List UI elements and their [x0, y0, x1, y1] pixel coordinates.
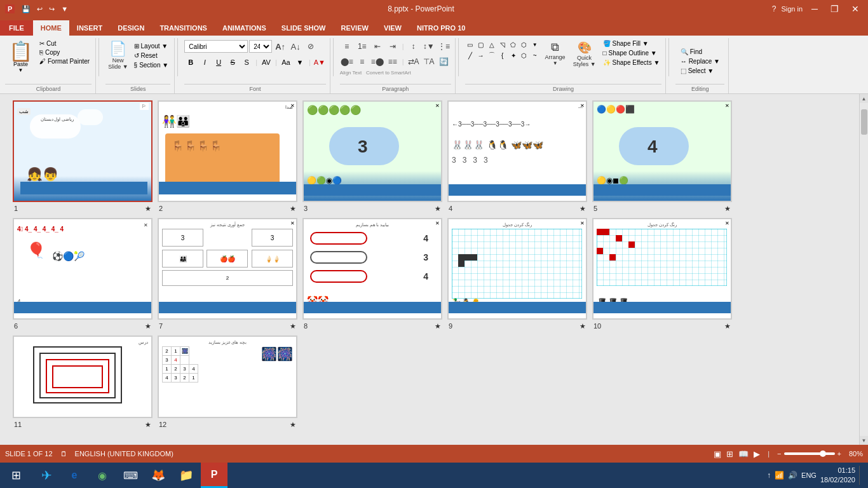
taskbar-explorer-icon[interactable]: 📁: [173, 463, 200, 488]
slide-item-7[interactable]: جمع آوری نتیجه نبز 3 3 👨‍👩‍👧 🍦🍦 🍎🍎 2 ✕ 7: [158, 218, 297, 330]
bold-button[interactable]: B: [184, 56, 197, 69]
close-button[interactable]: ✕: [848, 3, 863, 15]
align-right-button[interactable]: ≡⬤: [370, 55, 384, 69]
strikethrough-button[interactable]: S: [226, 56, 239, 69]
tab-design[interactable]: DESIGN: [110, 20, 152, 36]
taskbar-ie-icon[interactable]: e: [61, 463, 88, 488]
minimize-button[interactable]: ─: [808, 3, 822, 15]
find-button[interactable]: 🔍 Find: [679, 48, 704, 56]
shape-hex-btn[interactable]: ⬡: [519, 39, 529, 50]
tab-review[interactable]: REVIEW: [333, 20, 376, 36]
col-space-button[interactable]: ↕: [407, 39, 421, 53]
shape-pent-btn[interactable]: ⬠: [508, 39, 519, 50]
taskbar-powerpoint-icon[interactable]: P: [201, 463, 227, 488]
layout-button[interactable]: ⊞ Layout ▼: [132, 42, 171, 50]
slide-thumb-11[interactable]: درس: [13, 336, 153, 418]
zoom-slider[interactable]: [784, 452, 835, 455]
slide-item-2[interactable]: صدا 👫👪 🪑🪑🪑🪑 ✕ 2 ★: [158, 100, 297, 213]
shape-outline-button[interactable]: □ Shape Outline ▼: [601, 49, 662, 57]
scroll-track[interactable]: [860, 103, 868, 436]
slide-thumb-7[interactable]: جمع آوری نتیجه نبز 3 3 👨‍👩‍👧 🍦🍦 🍎🍎 2 ✕: [158, 218, 297, 320]
view-sorter-btn[interactable]: ⊞: [726, 449, 733, 459]
convertsmartart-button[interactable]: 🔄: [437, 55, 451, 69]
tab-insert[interactable]: INSERT: [69, 20, 110, 36]
shape-tri-btn[interactable]: △: [487, 39, 497, 50]
tab-file[interactable]: FILE: [0, 20, 33, 36]
taskbar-keyboard-icon[interactable]: ⌨: [117, 463, 144, 488]
justify-button[interactable]: ≡≡: [386, 55, 400, 69]
replace-button[interactable]: ↔ Replace ▼: [679, 57, 722, 65]
slide-item-9[interactable]: رنگ کردن جدول: [447, 218, 587, 330]
slide-item-4[interactable]: --- ←3──3──3──3──3──3→ 🐰🐰🐰 🐧🐧 🦋🦋🦋 3 3 3 …: [447, 100, 587, 213]
col-button[interactable]: ⋮≡: [437, 39, 451, 53]
shape-rt-btn[interactable]: ◹: [498, 39, 508, 50]
paste-button[interactable]: 📋 Paste ▼: [5, 39, 36, 76]
scroll-down-arrow[interactable]: ▼: [860, 436, 869, 445]
shape-freeform-btn[interactable]: {: [498, 50, 508, 60]
tab-nitro[interactable]: NITRO PRO 10: [409, 20, 473, 36]
redo-qa-button[interactable]: ↪: [47, 4, 57, 15]
zoom-thumb[interactable]: [820, 451, 826, 457]
copy-button[interactable]: ⎘ Copy: [37, 48, 92, 57]
slide-thumb-8[interactable]: بیایید با هم بسازیم 4 3 4 🤡🤡 ✕: [302, 218, 442, 320]
slide-panel[interactable]: ریاضی اول دبستان 🏳 👧👦 شب 1 ★ صدا: [0, 94, 859, 445]
slide-thumb-10[interactable]: رنگ کردن جدول: [592, 218, 732, 320]
slide-item-3[interactable]: 🟢🟢🟢🟢🟢 3 🟡🟢◉🔵 ✕ 3 ★: [302, 100, 442, 213]
numbering-button[interactable]: 1≡: [355, 39, 369, 53]
slide-item-5[interactable]: 🔵🟡🔴⬛ 4 🟡◉◼🟢 ✕ 5 ★: [592, 100, 732, 213]
shape-effects-button[interactable]: ✨ Shape Effects ▼: [601, 58, 662, 67]
tab-animations[interactable]: ANIMATIONS: [215, 20, 274, 36]
shape-roundrect-btn[interactable]: ▢: [476, 39, 486, 50]
fontcolor-button[interactable]: A▼: [313, 56, 326, 69]
slide-item-10[interactable]: رنگ کردن جدول: [592, 218, 732, 330]
customize-qa-button[interactable]: ▼: [59, 4, 70, 14]
slide-thumb-3[interactable]: 🟢🟢🟢🟢🟢 3 🟡🟢◉🔵 ✕: [302, 100, 442, 202]
indent-less-button[interactable]: ⇤: [370, 39, 384, 53]
bullets-button[interactable]: ≡: [340, 39, 354, 53]
slide-thumb-1[interactable]: ریاضی اول دبستان 🏳 👧👦 شب: [13, 100, 153, 202]
taskbar-telegram-icon[interactable]: ✈: [33, 463, 60, 488]
shape-callout-btn[interactable]: ⬡: [519, 50, 529, 60]
col-space2-button[interactable]: ↕▼: [422, 39, 436, 53]
undo-qa-button[interactable]: ↩: [35, 4, 44, 15]
underline-button[interactable]: U: [212, 56, 225, 69]
notes-icon[interactable]: 🗒: [60, 450, 67, 458]
clear-format-button[interactable]: ⊘: [304, 39, 318, 53]
indent-more-button[interactable]: ⇥: [386, 39, 400, 53]
changecase2-button[interactable]: ▼: [294, 56, 306, 69]
charspacing-button[interactable]: AV: [260, 56, 273, 69]
changecase-button[interactable]: Aa: [280, 56, 292, 69]
slide-item-8[interactable]: بیایید با هم بسازیم 4 3 4 🤡🤡 ✕ 8: [302, 218, 442, 330]
increase-font-button[interactable]: A↑: [273, 39, 287, 53]
shape-fill-button[interactable]: 🪣 Shape Fill ▼: [601, 39, 662, 48]
view-reading-btn[interactable]: 📖: [738, 449, 749, 459]
font-size-select[interactable]: 24: [249, 40, 272, 53]
cut-button[interactable]: ✂ Cut: [37, 39, 92, 48]
tab-slideshow[interactable]: SLIDE SHOW: [274, 20, 334, 36]
zoom-in-button[interactable]: +: [837, 450, 841, 458]
aligntext-button[interactable]: ⊤A: [422, 55, 436, 69]
select-button[interactable]: ⬚ Select ▼: [679, 67, 715, 75]
start-button[interactable]: ⊞: [0, 463, 32, 488]
scroll-up-arrow[interactable]: ▲: [860, 94, 869, 103]
sign-in-button[interactable]: Sign in: [781, 5, 803, 13]
align-left-button[interactable]: ⬤≡: [340, 55, 354, 69]
section-button[interactable]: § Section ▼: [132, 61, 171, 69]
show-desktop-button[interactable]: [859, 466, 863, 485]
slide-item-1[interactable]: ریاضی اول دبستان 🏳 👧👦 شب 1 ★: [13, 100, 153, 213]
shape-curve-btn[interactable]: ~: [530, 50, 540, 60]
reset-button[interactable]: ↺ Reset: [132, 51, 171, 60]
shape-arrow-btn[interactable]: →: [476, 50, 486, 60]
tab-transitions[interactable]: TRANSITIONS: [152, 20, 215, 36]
shape-star-btn[interactable]: ✦: [508, 50, 519, 60]
save-qa-button[interactable]: 💾: [20, 4, 32, 15]
slide-thumb-9[interactable]: رنگ کردن جدول: [447, 218, 587, 320]
slide-thumb-5[interactable]: 🔵🟡🔴⬛ 4 🟡◉◼🟢 ✕: [592, 100, 732, 202]
right-scrollbar[interactable]: ▲ ▼: [859, 94, 868, 445]
paste-dropdown-icon[interactable]: ▼: [18, 67, 24, 73]
slide-thumb-12[interactable]: بچه های عزیز بسازید 21🎆 34 1234 4321 🎆🎆: [158, 336, 297, 418]
font-name-select[interactable]: Calibri: [184, 40, 248, 53]
shape-line-btn[interactable]: ╱: [465, 50, 475, 60]
scroll-thumb[interactable]: [861, 109, 867, 135]
decrease-font-button[interactable]: A↓: [288, 39, 302, 53]
